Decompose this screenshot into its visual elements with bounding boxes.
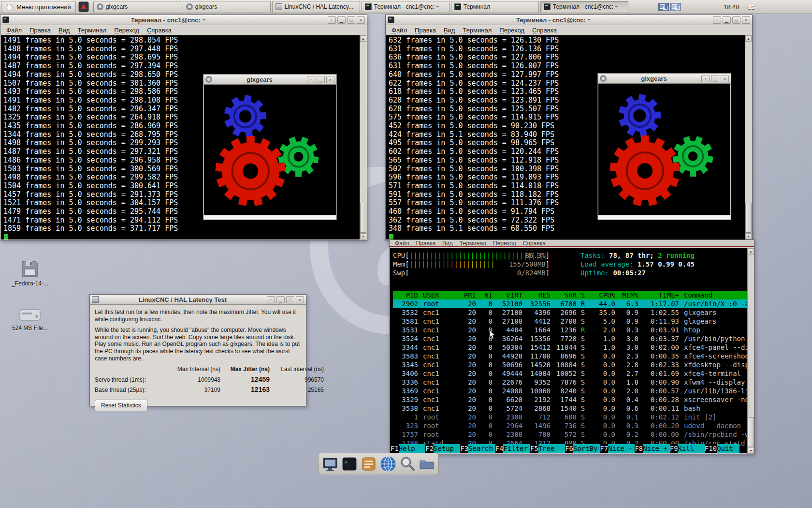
close-button[interactable]: ×	[296, 296, 304, 303]
fkey-button[interactable]: F3Search	[460, 444, 495, 453]
close-button[interactable]: ×	[326, 76, 334, 83]
process-row[interactable]: 3531 cnc1 20 0 4484 1664 1236 R 2.0 0.3 …	[393, 326, 747, 334]
column-res[interactable]: RES	[522, 291, 551, 299]
column-time[interactable]: TIME+	[638, 291, 679, 299]
scrollbar[interactable]: ▲ ▼	[360, 35, 366, 239]
fkey-button[interactable]: F6SortBy	[565, 444, 600, 453]
keyboard-layout-indicator[interactable]: us	[747, 3, 755, 11]
scrollbar-thumb[interactable]	[360, 203, 366, 233]
scroll-down-button[interactable]: ▼	[360, 233, 366, 239]
menu-item[interactable]: Переход	[495, 26, 528, 34]
editor-icon[interactable]	[361, 456, 377, 472]
web-browser-icon[interactable]	[380, 456, 396, 472]
scrollbar[interactable]: ▲ ▼	[745, 35, 752, 239]
titlebar[interactable]: glxgears ↑ ▁ ×	[203, 75, 336, 85]
column-shr[interactable]: SHR	[551, 291, 577, 299]
shade-button[interactable]: ↑	[701, 75, 710, 82]
shade-button[interactable]: ↑	[267, 296, 275, 303]
menu-item[interactable]: Правка	[413, 240, 439, 247]
titlebar[interactable]: Терминал - cnc1@cnc: ~ ↑ ▁ □ ×	[386, 15, 752, 25]
close-button[interactable]: ×	[742, 16, 750, 24]
minimize-button[interactable]: ▁	[711, 75, 719, 82]
menu-item[interactable]: Терминал	[459, 26, 495, 34]
minimize-button[interactable]: ▁	[276, 296, 285, 303]
process-row[interactable]: 2902 root 20 0 52100 32556 6788 R 44.0 6…	[393, 299, 747, 308]
workspace-2[interactable]	[670, 3, 681, 11]
process-row[interactable]: 3583 cnc1 20 0 44928 11700 8696 S 0.0 2.…	[393, 352, 747, 360]
process-row[interactable]: 3369 cnc1 20 0 24088 10060 8240 S 0.0 2.…	[393, 387, 747, 395]
process-row[interactable]: 1757 root 20 0 2388 780 572 S 0.0 0.2 0:…	[393, 430, 747, 439]
process-row[interactable]: 3345 cnc1 20 0 50696 14520 10884 S 0.0 2…	[393, 360, 747, 369]
process-row[interactable]: 3344 cnc1 20 0 50304 15412 11044 S 1.0 3…	[393, 343, 747, 352]
fkey-button[interactable]: F1Help	[391, 444, 425, 453]
scroll-up-button[interactable]: ▲	[360, 35, 366, 42]
shade-button[interactable]: ↑	[328, 16, 336, 24]
menu-item[interactable]: Переход	[490, 240, 520, 247]
process-row[interactable]: 3329 cnc1 20 0 6620 2192 1744 S 0.0 0.4 …	[393, 395, 747, 404]
scroll-down-button[interactable]: ▼	[748, 448, 754, 454]
process-table-header[interactable]: PID USER PRI NI VIRT RES SHR S CPU% MEM%…	[393, 291, 747, 299]
menu-item[interactable]: Вид	[439, 240, 456, 247]
desktop-icon-fedora[interactable]: _Fedora-14-...	[8, 259, 52, 287]
shade-button[interactable]: ↑	[713, 16, 721, 24]
workspace-1[interactable]	[658, 3, 669, 11]
fkey-button[interactable]: F4Filter	[495, 444, 530, 453]
titlebar[interactable]: Терминал - cnc1@cnc: ~ ↑ ▁ □ ×	[0, 15, 367, 25]
menu-item[interactable]: Терминал	[456, 240, 490, 247]
fkey-button[interactable]: F2Setup	[425, 444, 460, 453]
titlebar[interactable]: glxgears ↑ ▁ ×	[598, 74, 731, 84]
column-pri[interactable]: PRI	[457, 291, 476, 299]
column-state[interactable]: S	[577, 291, 589, 299]
fkey-button[interactable]: F10Quit	[705, 444, 740, 453]
column-user[interactable]: USER	[418, 291, 457, 299]
terminal-icon[interactable]: >_	[341, 456, 358, 472]
scroll-down-button[interactable]: ▼	[745, 233, 752, 239]
menu-item[interactable]: Правка	[411, 26, 440, 34]
taskbar-button[interactable]: Терминал	[451, 1, 539, 13]
fkey-button[interactable]: F8Nice +	[635, 444, 669, 453]
menu-item[interactable]: Файл	[388, 26, 411, 34]
menu-item[interactable]: Справка	[520, 240, 549, 247]
column-virt[interactable]: VIRT	[493, 291, 522, 299]
scrollbar[interactable]: ▲ ▼	[747, 248, 754, 454]
menu-item[interactable]: Справка	[143, 26, 175, 34]
fkey-button[interactable]: F9Kill	[670, 444, 705, 453]
menu-item[interactable]: Вид	[55, 26, 74, 34]
maximize-button[interactable]: □	[347, 16, 355, 24]
scroll-up-button[interactable]: ▲	[748, 248, 754, 254]
applications-menu-button[interactable]: Меню приложений	[1, 1, 76, 13]
menu-item[interactable]: Терминал	[73, 26, 110, 34]
launcher-icon[interactable]	[78, 1, 89, 12]
scroll-up-button[interactable]: ▲	[745, 35, 752, 42]
process-row[interactable]: 323 root 20 0 2964 1496 736 S 0.0 0.3 0:…	[393, 421, 747, 430]
column-pid[interactable]: PID	[393, 291, 418, 299]
column-cpu[interactable]: CPU%	[589, 291, 615, 299]
taskbar-button[interactable]: LinuxCNC / HAL Latency...	[272, 1, 360, 13]
menu-item[interactable]: Правка	[26, 26, 55, 34]
maximize-button[interactable]: □	[732, 16, 740, 24]
process-row[interactable]: 3406 cnc1 20 0 49444 14084 10052 S 0.0 2…	[393, 369, 747, 378]
fkey-button[interactable]: F5Tree	[530, 444, 565, 453]
menu-item[interactable]: Переход	[110, 26, 143, 34]
desktop-icon-524mb-file[interactable]: 524 MB File...	[8, 307, 52, 331]
show-desktop-icon[interactable]	[322, 456, 338, 472]
minimize-button[interactable]: ▁	[317, 76, 325, 83]
menu-item[interactable]: Файл	[2, 26, 26, 34]
column-mem[interactable]: MEM%	[615, 291, 638, 299]
process-row[interactable]: 3532 cnc1 20 0 27100 4396 2696 S 35.0 0.…	[393, 308, 747, 317]
menu-item[interactable]: Справка	[528, 26, 561, 34]
menu-item[interactable]: Файл	[392, 240, 413, 247]
maximize-button[interactable]: □	[286, 296, 294, 303]
minimize-button[interactable]: ▁	[723, 16, 731, 24]
process-row[interactable]: 3336 cnc1 20 0 22676 9352 7876 S 0.0 1.8…	[393, 378, 747, 387]
process-row[interactable]: 3538 cnc1 20 0 5724 2868 1540 S 0.0 0.6 …	[393, 404, 747, 413]
column-command[interactable]: Command	[679, 291, 747, 299]
shade-button[interactable]: ↑	[307, 76, 315, 83]
close-button[interactable]: ×	[357, 16, 365, 24]
taskbar-button[interactable]: glxgears	[183, 1, 271, 13]
minimize-button[interactable]: ▁	[337, 16, 346, 24]
fkey-button[interactable]: F7Nice -	[600, 444, 635, 453]
taskbar-button[interactable]: Терминал - cnc1@cnc: ~	[362, 1, 450, 13]
titlebar[interactable]: LinuxCNC / HAL Latency Test ↑ ▁ □ ×	[90, 295, 306, 305]
process-row[interactable]: 3524 cnc1 20 0 36264 15356 7728 S 1.0 3.…	[393, 334, 747, 343]
